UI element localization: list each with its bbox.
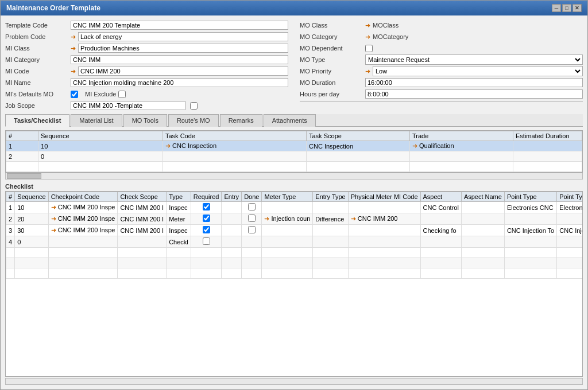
cl-col-num: # xyxy=(6,192,15,202)
mo-class-arrow: ➜ xyxy=(365,22,370,29)
cl-physical-meter: ➜ CNC IMM 200 xyxy=(348,213,420,225)
mo-dependent-checkbox[interactable] xyxy=(365,45,373,52)
cl-col-required: Required xyxy=(191,192,222,202)
cl-required-check[interactable] xyxy=(203,214,210,222)
hours-per-day-input[interactable] xyxy=(365,89,583,99)
cl-col-physical-meter: Physical Meter MI Code xyxy=(348,192,420,202)
cl-col-point-type: Point Type xyxy=(504,192,556,202)
mo-dependent-row: MO Dependent xyxy=(300,43,583,53)
hours-per-day-label: Hours per day xyxy=(300,91,363,98)
mo-class-row: MO Class ➜ MOClass xyxy=(300,20,583,30)
cl-num: 1 xyxy=(6,202,15,213)
cl-seq: 0 xyxy=(15,236,49,248)
checklist-scrollbar-h[interactable] xyxy=(5,378,583,385)
tab-attachments[interactable]: Attachments xyxy=(264,114,316,127)
title-bar: Maintenance Order Template ─ □ ✕ xyxy=(1,1,587,15)
mi-category-label: MI Category xyxy=(5,56,68,63)
cl-num: 4 xyxy=(6,236,15,248)
mi-code-input[interactable] xyxy=(78,67,288,76)
job-scope-input[interactable] xyxy=(71,101,185,110)
mi-class-row: MI Class ➜ xyxy=(5,43,288,53)
cl-col-meter-type: Meter Type xyxy=(262,192,313,202)
mi-name-input[interactable] xyxy=(71,78,288,87)
cl-entry xyxy=(222,213,242,225)
task-trade-cell: ➜ Qualification xyxy=(410,141,513,151)
cl-required-check[interactable] xyxy=(203,203,210,210)
checklist-row[interactable]: 1 10 ➜ CNC IMM 200 Inspe CNC IMM 200 I I… xyxy=(6,202,583,213)
problem-code-row: Problem Code ➜ xyxy=(5,32,288,42)
cl-entry-type xyxy=(313,202,348,213)
cl-done xyxy=(242,225,262,236)
cl-entry-type xyxy=(313,236,348,248)
cl-point-type-name: Electronics CNC xyxy=(557,202,583,213)
mo-category-label: MO Category xyxy=(300,33,363,40)
tab-material-list[interactable]: Material List xyxy=(71,114,122,127)
tab-tasks-checklist[interactable]: Tasks/Checklist xyxy=(5,114,69,127)
cl-required-check[interactable] xyxy=(203,237,210,245)
window-controls: ─ □ ✕ xyxy=(552,4,582,12)
mo-duration-row: MO Duration xyxy=(300,77,583,88)
cl-cp-arrow: ➜ xyxy=(51,227,56,233)
close-button[interactable]: ✕ xyxy=(572,4,582,12)
maximize-button[interactable]: □ xyxy=(562,4,571,12)
cl-physical-meter xyxy=(348,225,420,236)
task-trade-arrow: ➜ xyxy=(412,142,417,149)
cl-seq: 30 xyxy=(15,225,49,236)
mo-category-value: MOCategory xyxy=(373,33,583,40)
problem-code-input[interactable] xyxy=(78,32,288,41)
checklist-table-wrapper: # Sequence Checkpoint Code Check Scope T… xyxy=(5,191,583,377)
tab-mo-tools[interactable]: MO Tools xyxy=(123,114,167,127)
mi-code-label: MI Code xyxy=(5,68,68,75)
cl-done xyxy=(242,213,262,225)
mi-defaults-row: MI's Defaults MO MI Exclude xyxy=(5,89,288,99)
cl-point-type xyxy=(504,236,556,248)
template-code-input[interactable] xyxy=(71,21,288,30)
tasks-scrollbar-h[interactable] xyxy=(5,173,583,180)
cl-cp-code: ➜ CNC IMM 200 Inspe xyxy=(48,213,118,225)
main-content: Template Code Problem Code ➜ MI Class ➜ … xyxy=(1,15,587,389)
cl-type: Inspec xyxy=(167,202,191,213)
task-code-cell xyxy=(163,151,307,162)
tab-remarks[interactable]: Remarks xyxy=(220,114,262,127)
cl-physical-meter xyxy=(348,236,420,248)
mi-defaults-checkbox[interactable] xyxy=(71,91,78,98)
form-right-column: MO Class ➜ MOClass MO Category ➜ MOCateg… xyxy=(300,20,583,111)
checklist-row[interactable]: 2 20 ➜ CNC IMM 200 Inspe CNC IMM 200 I M… xyxy=(6,213,583,225)
mo-type-select[interactable]: Maintenance Request Preventive Correctiv… xyxy=(365,54,583,65)
checklist-row[interactable]: 3 30 ➜ CNC IMM 200 Inspe CNC IMM 200 I I… xyxy=(6,225,583,236)
cl-entry xyxy=(222,236,242,248)
cl-check-scope xyxy=(118,236,167,248)
tasks-table: # Sequence Task Code Task Scope Trade Es… xyxy=(6,131,582,172)
cl-entry xyxy=(222,202,242,213)
task-row[interactable]: 2 0 xyxy=(6,151,582,162)
tasks-col-task-scope: Task Scope xyxy=(307,131,410,141)
cl-done-check[interactable] xyxy=(248,214,256,222)
mo-priority-select[interactable]: Low Medium High xyxy=(373,66,583,76)
cl-entry xyxy=(222,225,242,236)
checklist-row-empty xyxy=(6,248,583,258)
cl-required xyxy=(191,225,222,236)
mi-class-input[interactable] xyxy=(78,44,288,53)
mo-duration-input[interactable] xyxy=(365,78,583,87)
tab-routes-mo[interactable]: Route's MO xyxy=(168,114,219,127)
cl-done-check[interactable] xyxy=(248,203,256,210)
checklist-table: # Sequence Checkpoint Code Check Scope T… xyxy=(6,192,583,279)
cl-num: 2 xyxy=(6,213,15,225)
tasks-scrollbar-thumb xyxy=(7,173,41,179)
cl-pm-arrow: ➜ xyxy=(351,215,356,222)
mi-exclude-checkbox[interactable] xyxy=(118,91,126,98)
cl-done-check[interactable] xyxy=(248,226,256,233)
cl-aspect-name xyxy=(461,225,504,236)
cl-seq: 20 xyxy=(15,213,49,225)
cl-required-check[interactable] xyxy=(203,226,210,233)
task-row[interactable]: 1 10 ➜ CNC Inspection CNC Inspection ➜ Q… xyxy=(6,141,582,151)
mi-name-label: MI Name xyxy=(5,79,68,86)
task-seq: 0 xyxy=(38,151,163,162)
mo-class-label: MO Class xyxy=(300,22,363,29)
cl-done xyxy=(242,202,262,213)
task-scope-cell: CNC Inspection xyxy=(307,141,410,151)
checklist-row[interactable]: 4 0 Checkl xyxy=(6,236,583,248)
job-scope-checkbox[interactable] xyxy=(190,102,198,110)
mi-category-input[interactable] xyxy=(71,55,288,64)
minimize-button[interactable]: ─ xyxy=(552,4,561,12)
